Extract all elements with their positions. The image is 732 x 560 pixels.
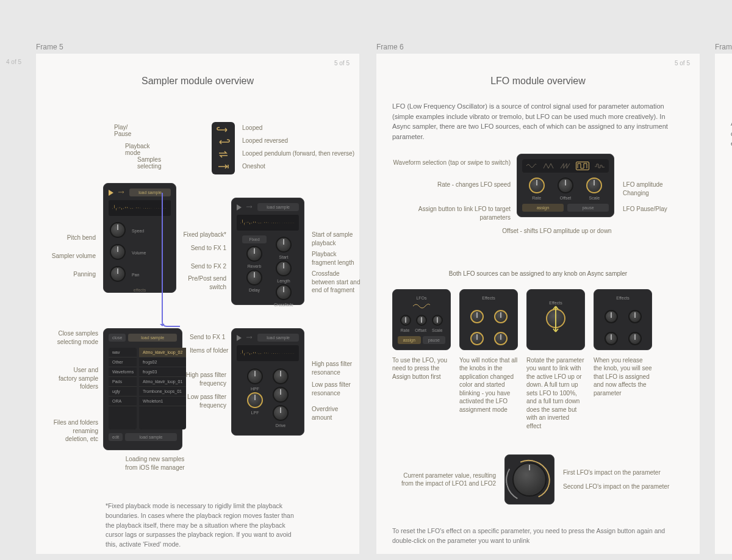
frame-7-page-partial[interactable]: A c e	[715, 54, 732, 554]
wave-sine-icon	[398, 303, 445, 311]
folder-list[interactable]: wav Other Waveforms Pads ugly ORA	[109, 348, 137, 429]
footnote-fixed-playback: *Fixed playback mode is necessary to rig…	[106, 501, 301, 550]
waveform-selector[interactable]	[522, 159, 609, 173]
frame-5-page[interactable]: 5 of 5 Sampler module overview Play/ Pau…	[36, 54, 359, 554]
frame-5-label[interactable]: Frame 5	[36, 43, 63, 51]
mini-label: Scale	[432, 328, 443, 332]
folder-item[interactable]: ugly	[109, 387, 137, 397]
knob-volume[interactable]	[110, 244, 126, 260]
lfo-module[interactable]: Rate Offset Scale assign pause	[517, 154, 614, 217]
fixed-toggle[interactable]: Fixed	[242, 235, 267, 243]
label-first-lfo-impact: First LFO's impact on the parameter	[563, 468, 669, 477]
step-3: Effects Rotate the parameter you want to…	[526, 289, 585, 431]
loop-mode-icon[interactable]	[245, 334, 254, 342]
knob-offset[interactable]	[558, 178, 573, 193]
knob-hpf-label: HPF	[251, 387, 259, 391]
label-send-fx2: Send to FX 2	[182, 262, 226, 271]
import-sample-button[interactable]: load sample	[125, 433, 177, 441]
wave-random-icon[interactable]	[593, 162, 606, 170]
assign-button[interactable]: assign	[522, 204, 564, 212]
page-title: LFO module overview	[392, 76, 684, 87]
load-sample-button[interactable]: load sample	[257, 203, 299, 211]
wave-saw-icon[interactable]	[559, 162, 572, 170]
file-item-selected[interactable]: Atmo_klavir_loop_02	[139, 348, 186, 357]
knob-speed[interactable]	[110, 222, 126, 238]
label-crossfade: Crossfade between start and end of fragm…	[312, 270, 361, 295]
loop-mode-icon[interactable]	[245, 204, 254, 211]
waveform-display[interactable]	[237, 215, 299, 231]
step-module-title: LFOs	[398, 296, 445, 300]
edit-button[interactable]: edit	[109, 433, 123, 441]
knob-speed-label: Speed	[132, 229, 144, 233]
play-icon[interactable]	[109, 190, 113, 196]
step-4-module: Effects	[594, 289, 652, 350]
legend-looped-reversed: Looped reversed	[242, 137, 288, 145]
mini-label: Rate	[401, 328, 410, 332]
knob-offset-label: Offset	[560, 196, 572, 200]
mini-knob	[605, 332, 618, 345]
knob-crossfade[interactable]	[276, 284, 292, 300]
mini-knob	[400, 315, 411, 326]
pause-button[interactable]: pause	[567, 204, 609, 212]
wave-sine-icon[interactable]	[525, 162, 538, 170]
step-3-module: Effects	[526, 289, 585, 350]
close-browser-button[interactable]: close	[109, 334, 126, 342]
folder-item[interactable]: Waveforms	[109, 367, 137, 377]
label-prepost: Pre/Post send switch	[182, 275, 226, 291]
file-list[interactable]: Atmo_klavir_loop_02 frogs02 frogs03 Atmo…	[139, 348, 186, 429]
frame-7-label-partial[interactable]: Frame	[715, 43, 732, 51]
load-sample-button[interactable]: load sample	[128, 334, 177, 342]
knob-lpf[interactable]	[247, 392, 263, 408]
sampler-module-filter[interactable]: load sample HPF LPF Drive	[231, 328, 304, 436]
waveform-display[interactable]	[237, 345, 299, 361]
tab-effects[interactable]: effects	[134, 288, 146, 292]
knob-volume-label: Volume	[132, 251, 146, 255]
label-lp-freq: Low pass filter frequency	[175, 393, 226, 409]
label-lp-res: Low pass filter resonance	[312, 381, 351, 397]
folder-item[interactable]: Pads	[109, 377, 137, 387]
knob-pan[interactable]	[110, 266, 126, 282]
step-module-title: Effects	[465, 296, 512, 300]
mid-caption: Both LFO sources can be assigned to any …	[392, 270, 684, 278]
legend-looped: Looped	[242, 124, 262, 132]
knob-start[interactable]	[276, 237, 292, 253]
loop-mode-icon[interactable]	[117, 189, 126, 196]
label-items-folder: Items of folder	[190, 346, 228, 355]
knob-hpf[interactable]	[247, 368, 263, 384]
knob-rate[interactable]	[529, 178, 545, 193]
knob-scale-label: Scale	[589, 196, 600, 200]
design-canvas[interactable]: 4 of 5 Frame 5 Frame 6 Frame 5 of 5 Samp…	[0, 0, 732, 560]
play-icon[interactable]	[237, 204, 242, 210]
knob-scale[interactable]	[586, 178, 602, 193]
knob-hpf-res[interactable]	[273, 368, 289, 384]
knob-pan-label: Pan	[132, 273, 139, 277]
page-title: Sampler module overview	[52, 76, 343, 87]
wave-square-icon[interactable]	[576, 162, 589, 170]
frame-6-label[interactable]: Frame 6	[376, 43, 404, 51]
knob-lpf-res[interactable]	[273, 387, 289, 403]
file-item[interactable]: frogs02	[139, 357, 186, 367]
sampler-module-sends[interactable]: load sample Fixed Reverb Delay Start Len…	[231, 198, 304, 305]
step-1-caption: To use the LFO, you need to press the As…	[392, 356, 451, 381]
folder-item[interactable]: ORA	[109, 397, 137, 406]
assign-button: assign	[398, 336, 421, 344]
step-4-caption: When you release the knob, you will see …	[594, 356, 652, 398]
knob-delay[interactable]	[246, 270, 262, 285]
folder-item[interactable]: Other	[109, 357, 137, 367]
mini-knob	[628, 310, 642, 323]
knob-length[interactable]	[276, 260, 292, 276]
play-icon[interactable]	[237, 335, 242, 341]
mini-knob	[605, 310, 618, 323]
knob-drive[interactable]	[273, 405, 289, 421]
label-start-sample: Start of sample playback	[312, 231, 353, 247]
frame-6-page[interactable]: 5 of 5 LFO module overview LFO (Low Freq…	[376, 54, 700, 554]
playback-mode-box	[212, 122, 235, 174]
load-sample-button[interactable]: load sample	[257, 334, 299, 342]
sample-browser-module[interactable]: close load sample wav Other Waveforms Pa…	[103, 328, 182, 450]
label-close-samples: Close samples selecting mode	[45, 329, 98, 346]
step-2-caption: You will notice that all the knobs in th…	[459, 356, 518, 414]
folder-item[interactable]: wav	[109, 348, 137, 357]
wave-triangle-icon[interactable]	[542, 162, 555, 170]
knob-reverb[interactable]	[246, 246, 262, 262]
mini-knob	[416, 315, 427, 326]
